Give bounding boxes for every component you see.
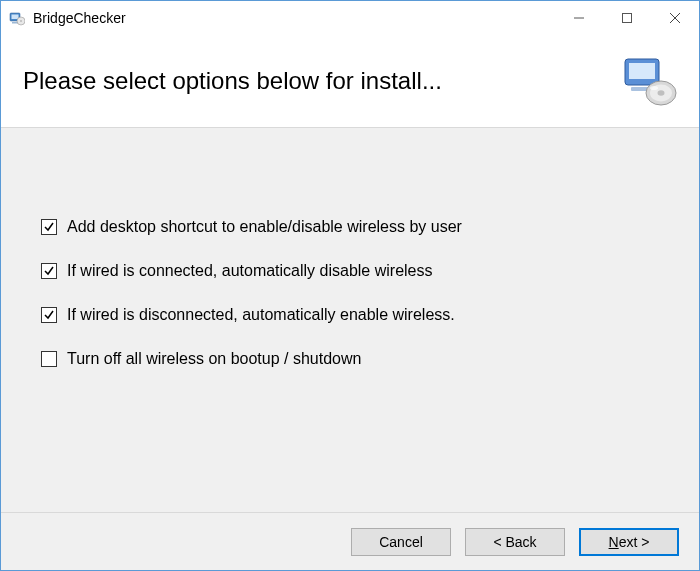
checkbox-icon[interactable] — [41, 307, 57, 323]
checkbox-icon[interactable] — [41, 219, 57, 235]
svg-rect-5 — [623, 14, 632, 23]
installer-icon — [621, 53, 677, 109]
svg-point-4 — [20, 20, 22, 22]
option-auto-disable-wireless[interactable]: If wired is connected, automatically dis… — [41, 262, 659, 280]
option-auto-enable-wireless[interactable]: If wired is disconnected, automatically … — [41, 306, 659, 324]
option-desktop-shortcut[interactable]: Add desktop shortcut to enable/disable w… — [41, 218, 659, 236]
checkbox-icon[interactable] — [41, 351, 57, 367]
cancel-button[interactable]: Cancel — [351, 528, 451, 556]
next-button-hotkey: N — [609, 534, 619, 550]
option-turn-off-on-boot[interactable]: Turn off all wireless on bootup / shutdo… — [41, 350, 659, 368]
svg-point-11 — [658, 90, 665, 96]
back-button[interactable]: < Back — [465, 528, 565, 556]
app-icon — [9, 10, 25, 26]
page-title: Please select options below for install.… — [23, 67, 442, 95]
close-button[interactable] — [651, 1, 699, 35]
svg-rect-1 — [12, 15, 19, 20]
checkbox-icon[interactable] — [41, 263, 57, 279]
titlebar: BridgeChecker — [1, 1, 699, 35]
window-title: BridgeChecker — [33, 10, 126, 26]
option-label: Turn off all wireless on bootup / shutdo… — [67, 350, 361, 368]
maximize-button[interactable] — [603, 1, 651, 35]
wizard-header: Please select options below for install.… — [1, 35, 699, 128]
svg-rect-7 — [629, 63, 655, 79]
installer-window: BridgeChecker Please select options belo… — [0, 0, 700, 571]
next-button[interactable]: Next > — [579, 528, 679, 556]
option-label: Add desktop shortcut to enable/disable w… — [67, 218, 462, 236]
svg-point-12 — [650, 86, 658, 90]
option-label: If wired is connected, automatically dis… — [67, 262, 433, 280]
minimize-button[interactable] — [555, 1, 603, 35]
options-panel: Add desktop shortcut to enable/disable w… — [1, 128, 699, 512]
next-button-rest: ext > — [619, 534, 650, 550]
option-label: If wired is disconnected, automatically … — [67, 306, 455, 324]
wizard-footer: Cancel < Back Next > — [1, 512, 699, 570]
